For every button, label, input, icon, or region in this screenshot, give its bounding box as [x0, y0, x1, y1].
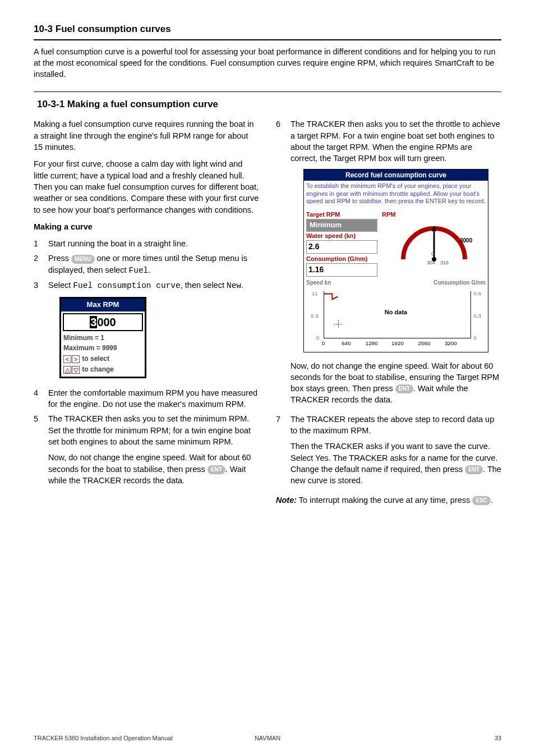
sub-head: Making a curve [34, 221, 259, 232]
esc-key-icon: ESC [472, 496, 491, 505]
screenshot-title: Record fuel consumption curve [304, 169, 488, 181]
steps-list: 1 Start running the boat in a straight l… [34, 238, 259, 491]
list-item: 1 Start running the boat in a straight l… [34, 238, 259, 249]
chart-right-head: Consumption G/nm [433, 279, 486, 287]
chart-body: 11 5.3 0 0.6 0.3 0 0 640 1280 1920 2560 [307, 288, 485, 350]
screenshot-info: To establish the minimum RPM's of your e… [304, 181, 488, 210]
note-paragraph: Note: To interrupt making the curve at a… [276, 494, 501, 506]
right-arrow-icon: > [72, 355, 80, 363]
footer-page-number: 33 [280, 734, 501, 743]
svg-text:3200: 3200 [445, 340, 457, 346]
steps-list: 6 The TRACKER then asks you to set the t… [276, 118, 501, 491]
svg-text:0: 0 [473, 334, 477, 340]
no-data-label: No data [385, 308, 407, 317]
gauge-icon: 0 3000 304 316 [392, 212, 476, 265]
step-body: Press MENU one or more times until the S… [48, 253, 259, 276]
target-rpm-label: Target RPM [306, 210, 377, 219]
content-columns: Making a fuel consumption curve requires… [34, 118, 501, 511]
right-column: 6 The TRACKER then asks you to set the t… [276, 118, 501, 511]
record-curve-screenshot: Record fuel consumption curve To establi… [303, 169, 488, 352]
svg-text:5.3: 5.3 [311, 313, 319, 319]
page-footer: TRACKER 5380 Installation and Operation … [34, 734, 501, 743]
svg-text:1280: 1280 [366, 340, 378, 346]
section-heading: 10-3 Fuel consumption curves [34, 22, 501, 36]
left-column: Making a fuel consumption curve requires… [34, 118, 259, 511]
down-arrow-icon: ▽ [72, 366, 80, 374]
svg-text:0: 0 [316, 334, 320, 340]
left-arrow-icon: < [63, 355, 71, 363]
step-body: Enter the comfortable maximum RPM you ha… [48, 387, 259, 410]
water-speed-label: Water speed (kn) [306, 232, 377, 240]
svg-text:11: 11 [312, 290, 318, 296]
intro-paragraph: A fuel consumption curve is a powerful t… [34, 46, 501, 80]
dialog-input: 3000 [63, 313, 143, 331]
consumption-label: Consumption (G/nm) [306, 255, 377, 263]
list-item: 5 The TRACKER then asks you to set the m… [34, 413, 259, 491]
fuel-chart: 11 5.3 0 0.6 0.3 0 0 640 1280 1920 2560 [307, 288, 485, 350]
paragraph: For your first curve, choose a calm day … [34, 158, 259, 215]
step-body: The TRACKER then asks you to set the min… [48, 413, 259, 491]
section-rule [34, 39, 501, 40]
paragraph: Making a fuel consumption curve requires… [34, 118, 259, 153]
gauge-tick: 0 [431, 251, 434, 256]
section-subrule [34, 91, 501, 92]
step-body: The TRACKER repeats the above step to re… [290, 414, 501, 491]
gauge-reading: 304 [427, 260, 435, 265]
step-body: The TRACKER then asks you to set the thr… [290, 118, 501, 410]
list-item: 7 The TRACKER repeats the above step to … [276, 414, 501, 491]
dialog-title: Max RPM [61, 299, 145, 311]
minimum-box: Minimum [306, 219, 377, 231]
subsection-heading: 10-3-1 Making a fuel consumption curve [34, 98, 501, 111]
consumption-value: 1.16 [306, 263, 377, 277]
dialog-hint: △▽ to change [61, 364, 145, 377]
rpm-gauge: RPM 0 3000 304 316 [380, 210, 488, 278]
dialog-max: Maximum = 9999 [61, 343, 145, 354]
ent-key-icon: ENT [207, 465, 225, 474]
list-item: 6 The TRACKER then asks you to set the t… [276, 118, 501, 410]
svg-text:1920: 1920 [391, 340, 404, 346]
list-item: 2 Press MENU one or more times until the… [34, 253, 259, 276]
up-arrow-icon: △ [63, 366, 71, 374]
ent-key-icon: ENT [465, 465, 483, 474]
menu-key-icon: MENU [71, 255, 94, 264]
ent-key-icon: ENT [395, 384, 413, 393]
svg-text:0.3: 0.3 [473, 313, 481, 319]
chart-left-head: Speed kn [306, 279, 433, 287]
list-item: 4 Enter the comfortable maximum RPM you … [34, 387, 259, 410]
water-speed-value: 2.6 [306, 240, 377, 254]
dialog-min: Minimum = 1 [61, 333, 145, 343]
svg-text:640: 640 [342, 340, 351, 346]
gauge-max: 3000 [460, 237, 473, 244]
svg-text:2560: 2560 [418, 340, 431, 346]
footer-left: TRACKER 5380 Installation and Operation … [34, 734, 255, 743]
step-body: Select Fuel consumption curve, then sele… [48, 280, 259, 384]
svg-text:0.6: 0.6 [473, 290, 481, 296]
step-body: Start running the boat in a straight lin… [48, 238, 259, 249]
dialog-hint: <> to select [61, 354, 145, 364]
svg-text:0: 0 [322, 340, 325, 346]
gauge-reading: 316 [440, 260, 449, 265]
max-rpm-dialog: Max RPM 3000 Minimum = 1 Maximum = 9999 … [59, 297, 146, 378]
list-item: 3 Select Fuel consumption curve, then se… [34, 280, 259, 384]
footer-center: NAVMAN [255, 734, 280, 743]
